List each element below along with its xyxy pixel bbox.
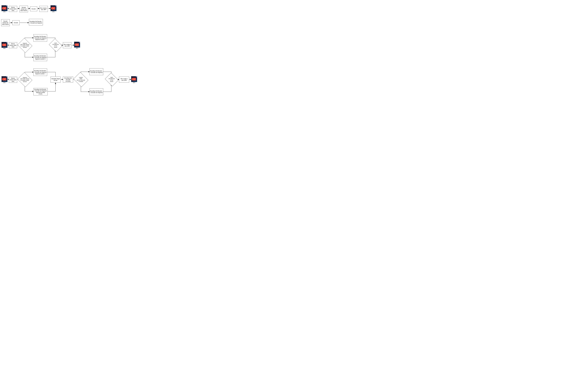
demux-box-1: Demux extract video track bbox=[9, 6, 17, 12]
arrows-svg bbox=[0, 0, 165, 106]
mp4-out-label-3: MP4 bbox=[76, 48, 78, 49]
mp4-output-1: ▶ MP4 bbox=[50, 5, 57, 12]
calculate-box-4: Calculate Target bit-rate bbox=[50, 77, 61, 83]
stitch-diamond-4: Stitchall Segmentsto onestream bbox=[107, 75, 117, 84]
diagram-container: ▶ MP4 Demux extract video track Decode e… bbox=[0, 0, 165, 106]
encode-box-1: Encode bbox=[30, 6, 37, 11]
mp4-label-3: MP4 bbox=[3, 48, 5, 49]
split-diamond-4: SegmentSplit Video Seteamto multiple sma… bbox=[19, 75, 31, 85]
fast-encode-box-4: Encoding Unit very fast encoding bbox=[63, 77, 73, 83]
split-text-4: SegmentSplit Video Seteamto multiple sma… bbox=[20, 77, 30, 83]
mp4-label-4: MP4 bbox=[3, 82, 5, 83]
encode-box-2: Encode bbox=[12, 20, 19, 25]
mp4-label-1: MP4 bbox=[3, 11, 5, 12]
mp4-film-icon-out4: ▶ bbox=[132, 78, 136, 81]
demux-box-4: Demux extract video track bbox=[9, 77, 17, 83]
mp4-film-icon-4: ▶ bbox=[3, 78, 6, 81]
encoding-unit-4d: Encoding Unit Decode -> Encode one Segme… bbox=[89, 88, 103, 95]
mp4-film-icon-out1: ▶ bbox=[52, 7, 55, 9]
mp4-output-4: ▶ MP4 bbox=[131, 76, 137, 83]
stitch-text-3: Stitchall Segmentsto onestream bbox=[52, 42, 59, 48]
mp4-out-label-1: MP4 bbox=[52, 11, 55, 12]
analyze-diamond-4: AnalyzeVideoand run reencodeif needed bbox=[75, 75, 86, 84]
encoding-unit-4a: Encoding Unit Decode -> Encode one Segme… bbox=[34, 69, 47, 76]
mp4-output-3: ▶ MP4 bbox=[74, 42, 80, 49]
split-diamond-3: SegmentSplit Video Seteamto multiple sma… bbox=[19, 41, 31, 50]
mux-box-4: Mux create a new .MP4 bbox=[119, 77, 129, 83]
mux-box-1: Mux create a new .MP4 bbox=[39, 6, 48, 12]
mp4-out-label-4: MP4 bbox=[133, 82, 135, 83]
encoding-unit-2: Encoding Unit Decode -> Encode one Segme… bbox=[29, 19, 43, 25]
mux-box-3: Mux create a new .MP4 bbox=[63, 42, 72, 48]
mp4-input-4: ▶ MP4 bbox=[1, 76, 8, 83]
mp4-film-icon-out3: ▶ bbox=[75, 43, 79, 46]
encoding-unit-4c: Encoding Unit Decode -> Encode one Segme… bbox=[89, 68, 103, 75]
mp4-input-1: ▶ MP4 bbox=[1, 5, 8, 12]
split-text-3: SegmentSplit Video Seteamto multiple sma… bbox=[20, 43, 30, 49]
encoding-unit-3b: Encoding Unit Decode -> Encode one Segme… bbox=[34, 54, 47, 61]
mp4-input-3: ▶ MP4 bbox=[1, 42, 8, 49]
stitch-diamond-3: Stitchall Segmentsto onestream bbox=[50, 41, 61, 49]
encoding-unit-3a: Encoding Unit Decode -> Encode one Segme… bbox=[34, 34, 47, 42]
encoding-unit-4b: Encoding Unit Decode -> Encode one Segme… bbox=[34, 88, 48, 95]
mp4-film-icon: ▶ bbox=[3, 7, 6, 9]
stitch-text-4: Stitchall Segmentsto onestream bbox=[108, 77, 115, 83]
analyze-text-4: AnalyzeVideoand run reencodeif needed bbox=[77, 77, 85, 83]
mp4-film-icon-3: ▶ bbox=[3, 44, 6, 46]
decode-box-1: Decode extract raw video frames bbox=[19, 6, 28, 12]
demux-box-3: Demux extract video track bbox=[9, 42, 17, 48]
decode-box-2: Decode extract raw video frames bbox=[1, 19, 10, 26]
